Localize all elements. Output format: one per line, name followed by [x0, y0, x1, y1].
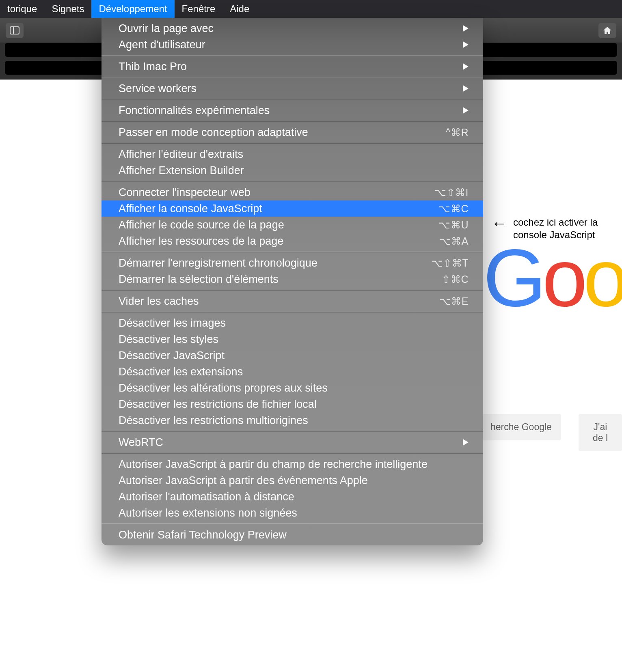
menu-item-label: Afficher la console JavaScript [119, 202, 430, 215]
menu-item[interactable]: Vider les caches⌥⌘E [102, 293, 483, 309]
menu-item[interactable]: Fonctionnalités expérimentales [102, 102, 483, 118]
menu-label: Fenêtre [182, 3, 216, 15]
menu-label: Développement [99, 3, 167, 15]
menu-item-label: Démarrer l'enregistrement chronologique [119, 257, 423, 269]
menu-item-label: Afficher le code source de la page [119, 219, 430, 231]
submenu-arrow-icon [463, 63, 469, 70]
menu-item-label: Désactiver les restrictions multiorigine… [119, 414, 469, 427]
menubar: torique Signets Développement Fenêtre Ai… [0, 0, 622, 18]
menu-signets[interactable]: Signets [44, 0, 91, 18]
menu-item[interactable]: Afficher l'éditeur d'extraits [102, 146, 483, 162]
menu-item[interactable]: Démarrer la sélection d'éléments⇧⌘C [102, 271, 483, 287]
menu-item-shortcut: ⌥⌘U [438, 219, 469, 231]
menu-item-shortcut: ⌥⌘C [438, 203, 469, 215]
menu-item[interactable]: Désactiver les altérations propres aux s… [102, 380, 483, 396]
menu-item-shortcut: ⌥⇧⌘I [434, 187, 469, 198]
google-logo-letter: o [583, 231, 622, 325]
menu-item[interactable]: Désactiver les styles [102, 331, 483, 347]
menu-section: Passer en mode conception adaptative^⌘R [102, 122, 483, 143]
google-logo-letter: o [542, 231, 583, 325]
menu-aide[interactable]: Aide [222, 0, 257, 18]
menu-item-label: Vider les caches [119, 295, 431, 308]
menu-section: Vider les caches⌥⌘E [102, 291, 483, 312]
annotation-line: cochez ici activer la [513, 217, 598, 228]
menu-item[interactable]: Agent d'utilisateur [102, 37, 483, 53]
google-logo-letter: G [483, 231, 542, 325]
menu-fenetre[interactable]: Fenêtre [175, 0, 223, 18]
menu-item[interactable]: Thib Imac Pro [102, 58, 483, 75]
menu-label: Aide [230, 3, 249, 15]
menu-item[interactable]: Démarrer l'enregistrement chronologique⌥… [102, 255, 483, 271]
menu-section: Désactiver les imagesDésactiver les styl… [102, 312, 483, 431]
menu-item[interactable]: Service workers [102, 80, 483, 97]
submenu-arrow-icon [463, 85, 469, 92]
menu-item-label: Désactiver JavaScript [119, 349, 469, 362]
google-lucky-button[interactable]: J'ai de l [579, 414, 622, 451]
submenu-arrow-icon [463, 25, 469, 32]
submenu-arrow-icon [463, 439, 469, 446]
menu-section: Démarrer l'enregistrement chronologique⌥… [102, 252, 483, 290]
menu-item-label: WebRTC [119, 436, 458, 449]
menu-item-shortcut: ⇧⌘C [442, 274, 469, 285]
sidebar-icon [10, 26, 19, 34]
menu-item[interactable]: Afficher les ressources de la page⌥⌘A [102, 233, 483, 249]
menu-section: Fonctionnalités expérimentales [102, 100, 483, 121]
google-search-button[interactable]: herche Google [481, 414, 561, 440]
menu-item-label: Obtenir Safari Technology Preview [119, 529, 469, 541]
menu-item-label: Passer en mode conception adaptative [119, 126, 438, 139]
menu-section: Ouvrir la page avecAgent d'utilisateur [102, 18, 483, 55]
menu-item[interactable]: Connecter l'inspecteur web⌥⇧⌘I [102, 184, 483, 200]
menu-item[interactable]: Autoriser JavaScript à partir du champ d… [102, 456, 483, 472]
sidebar-toggle-button[interactable] [6, 23, 24, 38]
menu-label: Signets [52, 3, 84, 15]
menu-item-label: Thib Imac Pro [119, 60, 458, 73]
menu-section: Autoriser JavaScript à partir du champ d… [102, 454, 483, 523]
menu-item[interactable]: Autoriser l'automatisation à distance [102, 489, 483, 505]
menu-section: Obtenir Safari Technology Preview [102, 524, 483, 545]
menu-item-label: Désactiver les styles [119, 333, 469, 346]
menu-item-label: Connecter l'inspecteur web [119, 186, 426, 199]
menu-item-label: Fonctionnalités expérimentales [119, 104, 458, 117]
google-logo: G o o g [483, 231, 622, 325]
menu-item[interactable]: Désactiver les restrictions multiorigine… [102, 412, 483, 429]
menu-item[interactable]: Autoriser JavaScript à partir des événem… [102, 472, 483, 489]
menu-section: WebRTC [102, 432, 483, 453]
menu-item-label: Autoriser JavaScript à partir du champ d… [119, 458, 469, 471]
menu-item[interactable]: Afficher Extension Builder [102, 162, 483, 179]
annotation-callout: ← cochez ici activer la console JavaScri… [491, 216, 598, 241]
annotation-text: cochez ici activer la console JavaScript [513, 216, 598, 241]
menu-item-label: Agent d'utilisateur [119, 39, 458, 51]
menu-item[interactable]: Autoriser les extensions non signées [102, 505, 483, 521]
menu-item[interactable]: Désactiver JavaScript [102, 347, 483, 364]
button-label: J'ai de l [593, 422, 608, 443]
menu-item[interactable]: WebRTC [102, 434, 483, 450]
menu-item-label: Service workers [119, 82, 458, 95]
home-icon [603, 26, 612, 35]
menu-item-label: Afficher Extension Builder [119, 164, 469, 177]
menu-item[interactable]: Désactiver les extensions [102, 364, 483, 380]
menu-item[interactable]: Désactiver les restrictions de fichier l… [102, 396, 483, 412]
menu-item-label: Désactiver les images [119, 317, 469, 330]
menu-item-shortcut: ⌥⌘E [439, 295, 469, 307]
menu-item-label: Afficher les ressources de la page [119, 235, 431, 248]
menu-item[interactable]: Afficher la console JavaScript⌥⌘C [102, 200, 483, 217]
menu-developpement[interactable]: Développement [91, 0, 174, 18]
developpement-dropdown: Ouvrir la page avecAgent d'utilisateurTh… [102, 18, 483, 545]
menu-item-label: Désactiver les altérations propres aux s… [119, 382, 469, 394]
arrow-left-icon: ← [491, 214, 508, 233]
menu-item-label: Afficher l'éditeur d'extraits [119, 148, 469, 161]
menu-item[interactable]: Désactiver les images [102, 315, 483, 331]
svg-rect-0 [10, 27, 19, 34]
menu-historique[interactable]: torique [0, 0, 44, 18]
menu-item-label: Désactiver les extensions [119, 366, 469, 378]
menu-item[interactable]: Afficher le code source de la page⌥⌘U [102, 217, 483, 233]
menu-item[interactable]: Passer en mode conception adaptative^⌘R [102, 124, 483, 140]
home-button[interactable] [598, 23, 616, 38]
menu-item[interactable]: Ouvrir la page avec [102, 20, 483, 37]
menu-item[interactable]: Obtenir Safari Technology Preview [102, 527, 483, 543]
menu-item-label: Démarrer la sélection d'éléments [119, 273, 434, 286]
menu-item-label: Désactiver les restrictions de fichier l… [119, 398, 469, 411]
annotation-line: console JavaScript [513, 229, 595, 240]
menu-section: Connecter l'inspecteur web⌥⇧⌘IAfficher l… [102, 182, 483, 252]
menu-section: Service workers [102, 78, 483, 99]
